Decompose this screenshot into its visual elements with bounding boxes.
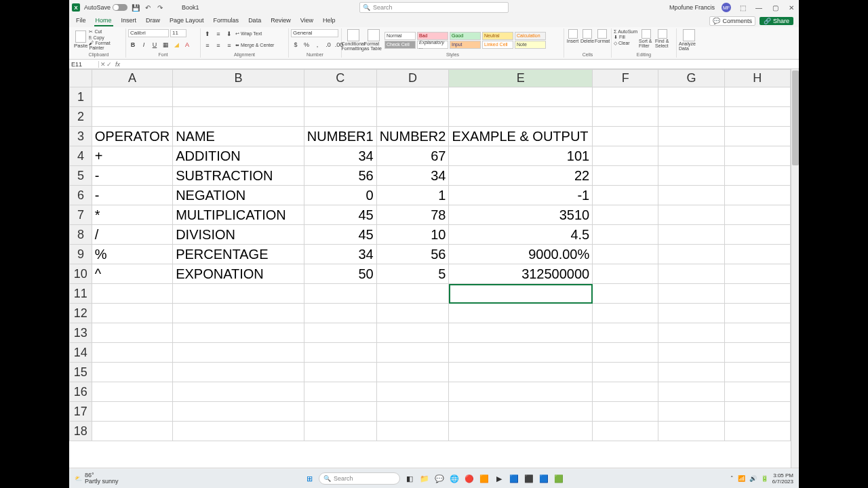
cell-A9[interactable]: % [92, 245, 172, 264]
align-top-button[interactable]: ⬆ [203, 29, 212, 39]
close-icon[interactable]: ✕ [787, 4, 796, 12]
app-icon[interactable]: 🟦 [509, 473, 519, 484]
cell-F15[interactable] [593, 363, 658, 382]
cell-style-check-cell[interactable]: Check Cell [384, 41, 416, 49]
merge-center-button[interactable]: ⬌ Merge & Center [235, 43, 274, 48]
word-icon[interactable]: 🟦 [538, 473, 549, 484]
cell-D2[interactable] [376, 107, 449, 127]
cell-F14[interactable] [593, 343, 658, 363]
cell-G12[interactable] [658, 304, 724, 323]
row-header-18[interactable]: 18 [70, 422, 92, 441]
tray-chevron-icon[interactable]: ˄ [730, 475, 734, 482]
cell-H18[interactable] [724, 422, 790, 441]
fx-icon[interactable]: fx [113, 61, 122, 68]
cell-B8[interactable]: DIVISION [173, 225, 304, 245]
cell-G16[interactable] [658, 382, 724, 402]
clock[interactable]: 3:05 PM 6/7/2023 [772, 472, 793, 485]
cell-H12[interactable] [724, 304, 790, 323]
align-middle-button[interactable]: ≡ [214, 29, 223, 39]
weather-widget[interactable]: ⛅ 86° Partly sunny [69, 472, 124, 485]
cell-A8[interactable]: / [92, 225, 172, 245]
row-header-16[interactable]: 16 [70, 382, 92, 402]
cell-G3[interactable] [658, 127, 724, 146]
cell-G6[interactable] [658, 186, 724, 205]
format-painter-button[interactable]: 🖌 Format Painter [89, 41, 123, 50]
cell-D6[interactable]: 1 [376, 186, 449, 205]
underline-button[interactable]: U [150, 40, 159, 49]
sort-filter-button[interactable]: Sort & Filter [639, 29, 654, 48]
bold-button[interactable]: B [128, 40, 138, 49]
row-header-13[interactable]: 13 [70, 323, 92, 343]
column-header-F[interactable]: F [593, 70, 658, 87]
cell-D14[interactable] [376, 343, 449, 363]
italic-button[interactable]: I [139, 40, 149, 49]
column-header-A[interactable]: A [92, 70, 172, 87]
cell-H5[interactable] [724, 166, 790, 186]
cell-E17[interactable] [449, 402, 593, 422]
cut-button[interactable]: ✂ Cut [89, 29, 123, 35]
cell-style-linked-cell[interactable]: Linked Cell [482, 41, 513, 49]
undo-icon[interactable]: ↶ [144, 3, 152, 12]
cell-G8[interactable] [658, 225, 724, 245]
cell-D1[interactable] [376, 87, 449, 107]
cell-F7[interactable] [593, 205, 658, 225]
currency-button[interactable]: $ [291, 40, 300, 49]
comments-button[interactable]: 💬 Comments [709, 16, 755, 26]
cell-H7[interactable] [724, 205, 790, 225]
fill-button[interactable]: ⬇ Fill [614, 35, 637, 40]
cell-B14[interactable] [173, 343, 304, 363]
youtube-icon[interactable]: ▶ [494, 473, 505, 484]
cell-H17[interactable] [724, 402, 790, 422]
cell-F4[interactable] [593, 146, 658, 166]
cell-F9[interactable] [593, 245, 658, 264]
cell-B4[interactable]: ADDITION [173, 146, 304, 166]
cell-style-normal[interactable]: Normal [384, 32, 416, 40]
cell-C5[interactable]: 56 [304, 166, 376, 186]
task-view-icon[interactable]: ◧ [404, 473, 415, 484]
analyze-data-button[interactable]: Analyze Data [679, 29, 699, 51]
cell-B6[interactable]: NEGATION [173, 186, 304, 205]
cell-E18[interactable] [449, 422, 593, 441]
cell-A5[interactable]: - [92, 166, 172, 186]
menu-tab-insert[interactable]: Insert [120, 16, 138, 26]
cell-E15[interactable] [449, 363, 593, 382]
cell-C9[interactable]: 34 [304, 245, 376, 264]
cell-style-note[interactable]: Note [515, 41, 546, 49]
cell-B11[interactable] [173, 284, 304, 304]
format-as-table-button[interactable]: Format as Table [364, 29, 383, 51]
cell-B13[interactable] [173, 323, 304, 343]
cell-D9[interactable]: 56 [376, 245, 449, 264]
clear-button[interactable]: ◇ Clear [614, 41, 637, 46]
wifi-icon[interactable]: 📶 [738, 475, 745, 482]
name-box[interactable]: E11 [69, 61, 99, 68]
cell-C13[interactable] [304, 323, 376, 343]
share-button[interactable]: 🔗 Share [760, 17, 793, 25]
menu-tab-draw[interactable]: Draw [144, 16, 161, 26]
vertical-scrollbar[interactable] [791, 69, 799, 468]
cell-H2[interactable] [724, 107, 790, 127]
menu-tab-page-layout[interactable]: Page Layout [168, 16, 205, 26]
font-select[interactable]: Calibri [128, 29, 169, 37]
cell-C18[interactable] [304, 422, 376, 441]
enter-formula-icon[interactable]: ✓ [106, 61, 112, 68]
cell-F17[interactable] [593, 402, 658, 422]
column-header-H[interactable]: H [724, 70, 790, 87]
autosave-toggle[interactable]: AutoSave [84, 4, 127, 11]
cell-D12[interactable] [376, 304, 449, 323]
cell-C8[interactable]: 45 [304, 225, 376, 245]
conditional-formatting-button[interactable]: Conditional Formatting [344, 29, 363, 51]
cell-B16[interactable] [173, 382, 304, 402]
cell-C6[interactable]: 0 [304, 186, 376, 205]
app-icon[interactable]: ⬛ [524, 473, 534, 484]
cell-C15[interactable] [304, 363, 376, 382]
cell-E4[interactable]: 101 [449, 146, 593, 166]
menu-tab-help[interactable]: Help [321, 16, 337, 26]
cell-C14[interactable] [304, 343, 376, 363]
row-header-10[interactable]: 10 [70, 264, 92, 284]
avatar[interactable]: MF [722, 3, 731, 12]
cell-C10[interactable]: 50 [304, 264, 376, 284]
percent-button[interactable]: % [302, 40, 311, 49]
cell-A17[interactable] [92, 402, 172, 422]
cell-H4[interactable] [724, 146, 790, 166]
cell-A7[interactable]: * [92, 205, 172, 225]
